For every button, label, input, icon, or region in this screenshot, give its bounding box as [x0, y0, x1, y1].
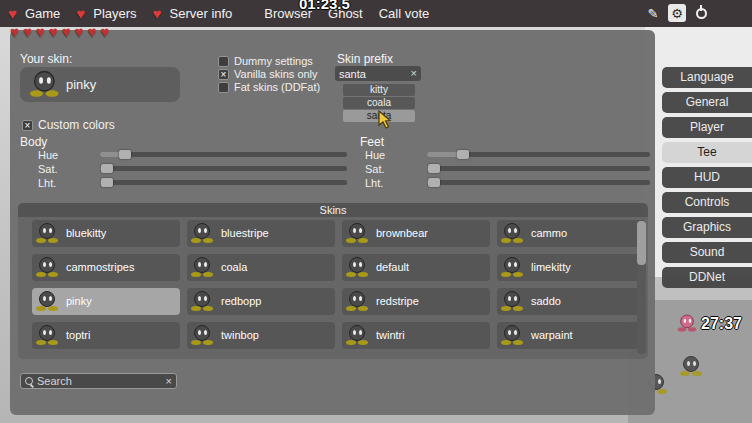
skin-name: toptri	[66, 322, 90, 349]
scrollbar-handle[interactable]	[637, 221, 646, 265]
skin-item[interactable]: limekitty	[497, 254, 645, 281]
search-icon	[25, 377, 33, 385]
slider-fill	[100, 152, 125, 157]
heart-icon: ♥	[36, 23, 45, 40]
tab-general[interactable]: General	[662, 92, 752, 113]
tab-ddnet[interactable]: DDNet	[662, 267, 752, 288]
feet-lht-slider[interactable]	[427, 180, 650, 185]
body-lht-slider[interactable]	[100, 180, 347, 185]
slider-fill	[427, 152, 463, 157]
checkbox[interactable]: ×	[218, 69, 229, 80]
power-icon	[696, 8, 707, 19]
skin-item[interactable]: warpaint	[497, 322, 645, 349]
current-skin-name: pinky	[66, 67, 96, 102]
slider-handle[interactable]	[428, 178, 440, 187]
skins-list-section: Skins bluekitty bluestripe brownbear cam…	[18, 203, 648, 359]
skin-item[interactable]: cammo	[497, 220, 645, 247]
heart-icon: ♥	[153, 5, 162, 22]
tee-avatar	[501, 291, 523, 312]
tab-graphics[interactable]: Graphics	[662, 217, 752, 238]
quit-power-button[interactable]	[692, 4, 710, 22]
skins-header: Skins	[18, 203, 648, 217]
tab-sound[interactable]: Sound	[662, 242, 752, 263]
skin-name: pinky	[66, 288, 92, 315]
skin-name: coala	[221, 254, 247, 281]
skin-item[interactable]: twintri	[342, 322, 490, 349]
slider-handle[interactable]	[101, 164, 113, 173]
skin-item[interactable]: bluestripe	[187, 220, 335, 247]
toggle-dummy-settings[interactable]: Dummy settings	[218, 55, 313, 67]
heart-icon: ♥	[76, 5, 85, 22]
toggle-fat-skins[interactable]: Fat skins (DDFat)	[218, 81, 320, 93]
checkbox[interactable]	[218, 82, 229, 93]
skin-name: twintri	[376, 322, 405, 349]
tee-avatar	[501, 257, 523, 278]
body-hue-slider[interactable]	[100, 152, 347, 157]
skin-name: redbopp	[221, 288, 261, 315]
skin-item[interactable]: saddo	[497, 288, 645, 315]
skin-item[interactable]: redstripe	[342, 288, 490, 315]
skin-name: saddo	[531, 288, 561, 315]
heart-icon: ♥	[62, 23, 71, 40]
skin-item[interactable]: toptri	[32, 322, 180, 349]
skin-item[interactable]: redbopp	[187, 288, 335, 315]
skin-item-selected[interactable]: pinky	[32, 288, 180, 315]
tab-tee[interactable]: Tee	[662, 142, 752, 163]
prefix-preset-santa[interactable]: santa	[343, 110, 415, 122]
slider-handle[interactable]	[428, 164, 440, 173]
checkbox[interactable]: ×	[22, 120, 33, 131]
tab-language[interactable]: Language	[662, 67, 752, 88]
skin-prefix-input[interactable]: santa ×	[335, 66, 421, 81]
heart-icon: ♥	[87, 23, 96, 40]
prefix-preset-coala[interactable]: coala	[343, 97, 415, 109]
slider-handle[interactable]	[457, 150, 469, 159]
skin-name: twinbop	[221, 322, 259, 349]
feet-sat-slider[interactable]	[427, 166, 650, 171]
tab-hud[interactable]: HUD	[662, 167, 752, 188]
editor-pencil-button[interactable]: ✎	[644, 4, 662, 22]
toggle-label: Vanilla skins only	[234, 68, 318, 80]
toggle-custom-colors[interactable]: × Custom colors	[22, 118, 115, 132]
heart-icon: ♥	[75, 23, 84, 40]
tee-avatar	[36, 257, 58, 278]
toggle-vanilla-skins-only[interactable]: × Vanilla skins only	[218, 68, 318, 80]
slider-handle[interactable]	[119, 150, 131, 159]
settings-gear-button[interactable]: ⚙	[668, 4, 686, 22]
skin-item[interactable]: bluekitty	[32, 220, 180, 247]
slider-fill	[100, 180, 107, 185]
clear-prefix-icon[interactable]: ×	[411, 68, 417, 79]
feet-section-label: Feet	[360, 135, 384, 149]
your-skin-label: Your skin:	[20, 52, 72, 66]
checkbox[interactable]	[218, 56, 229, 67]
hud-timer-text: 27:37	[701, 315, 742, 333]
clear-search-icon[interactable]: ×	[166, 376, 172, 387]
skin-name: warpaint	[531, 322, 573, 349]
tee-avatar	[36, 325, 58, 346]
skin-item[interactable]: cammostripes	[32, 254, 180, 281]
pencil-icon: ✎	[648, 6, 659, 21]
tee-avatar	[36, 223, 58, 244]
feet-hue-slider[interactable]	[427, 152, 650, 157]
feet-hue-label: Hue	[365, 149, 385, 161]
slider-handle[interactable]	[101, 178, 113, 187]
body-sat-slider[interactable]	[100, 166, 347, 171]
search-placeholder: Search	[37, 375, 162, 387]
menu-item-server-info[interactable]: Server info	[169, 6, 232, 21]
tee-settings-panel: Your skin: pinky Dummy settings × Vanill…	[10, 30, 655, 415]
skin-item[interactable]: coala	[187, 254, 335, 281]
tab-player[interactable]: Player	[662, 117, 752, 138]
skin-item[interactable]: default	[342, 254, 490, 281]
skin-item[interactable]: brownbear	[342, 220, 490, 247]
tee-avatar	[191, 325, 213, 346]
skin-search-input[interactable]: Search ×	[20, 373, 177, 389]
menu-item-call-vote[interactable]: Call vote	[379, 6, 430, 21]
skins-scrollbar[interactable]	[637, 220, 646, 354]
tee-avatar	[346, 291, 368, 312]
menu-item-game[interactable]: Game	[25, 6, 60, 21]
skin-item[interactable]: twinbop	[187, 322, 335, 349]
current-skin-preview[interactable]: pinky	[20, 67, 180, 102]
tab-controls[interactable]: Controls	[662, 192, 752, 213]
skin-name: redstripe	[376, 288, 419, 315]
prefix-preset-kitty[interactable]: kitty	[343, 84, 415, 96]
menu-item-players[interactable]: Players	[93, 6, 136, 21]
